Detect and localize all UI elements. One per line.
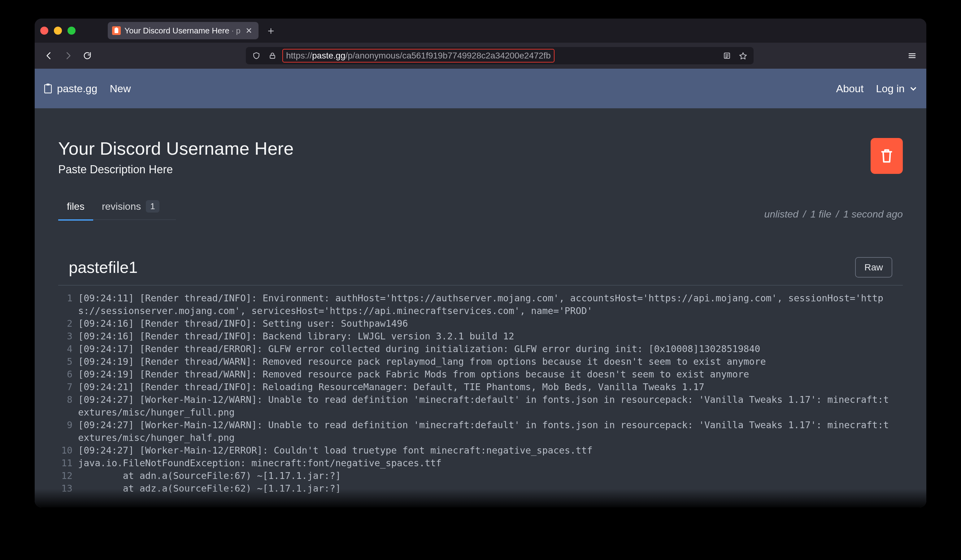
nav-about[interactable]: About [836, 83, 864, 95]
svg-rect-0 [114, 28, 118, 33]
paste-meta: unlisted / 1 file / 1 second ago [764, 209, 903, 220]
raw-button[interactable]: Raw [855, 257, 892, 278]
line-numbers: 1 2 3 4 5 6 7 8 9 10 11 12 13 [58, 292, 78, 495]
revisions-count-badge: 1 [146, 200, 159, 213]
svg-rect-2 [270, 55, 275, 58]
code-line: [09:24:16] [Render thread/INFO]: Setting… [78, 318, 408, 329]
code-line: at adn.a(SourceFile:67) ~[1.17.1.jar:?] [78, 470, 341, 481]
app-menu-button[interactable] [905, 48, 919, 63]
window-zoom-button[interactable] [67, 27, 76, 35]
browser-tab[interactable]: Your Discord Username Here · p ✕ [108, 22, 259, 39]
clipboard-icon [112, 26, 121, 35]
svg-rect-1 [116, 27, 117, 29]
forward-button[interactable] [61, 48, 76, 63]
tab-revisions[interactable]: revisions 1 [93, 200, 168, 220]
paste-title: Your Discord Username Here [58, 138, 294, 159]
shield-icon [250, 50, 262, 62]
tab-files[interactable]: files [58, 200, 93, 220]
reader-mode-icon[interactable] [721, 50, 733, 62]
chevron-down-icon [909, 84, 918, 93]
code-line: [09:24:11] [Render thread/INFO]: Environ… [78, 293, 883, 316]
trash-icon [879, 147, 894, 165]
window-minimize-button[interactable] [54, 27, 62, 35]
code-line: [09:24:21] [Render thread/INFO]: Reloadi… [78, 382, 704, 392]
delete-button[interactable] [871, 138, 903, 174]
code-line: [09:24:19] [Render thread/WARN]: Removed… [78, 369, 749, 380]
window-controls [40, 27, 76, 35]
url-text: https://paste.gg/p/anonymous/ca561f919b7… [286, 51, 551, 61]
tab-revisions-label: revisions [102, 201, 141, 212]
svg-rect-12 [47, 83, 50, 85]
code-line: [09:24:27] [Worker-Main-12/WARN]: Unable… [78, 394, 889, 418]
brand-link[interactable]: paste.gg [43, 83, 97, 95]
nav-login-label: Log in [876, 83, 905, 95]
browser-toolbar: https://paste.gg/p/anonymous/ca561f919b7… [35, 43, 926, 69]
window-close-button[interactable] [40, 27, 48, 35]
code-lines: [09:24:11] [Render thread/INFO]: Environ… [78, 292, 903, 495]
file-name: pastefile1 [69, 258, 138, 277]
back-button[interactable] [42, 48, 56, 63]
paste-tabs: files revisions 1 [58, 200, 176, 220]
code-view: 1 2 3 4 5 6 7 8 9 10 11 12 13 [09:24:11]… [58, 286, 903, 495]
tab-files-label: files [67, 201, 85, 212]
bookmark-star-icon[interactable] [737, 50, 749, 62]
reload-button[interactable] [80, 48, 95, 63]
code-line: java.io.FileNotFoundException: minecraft… [78, 457, 442, 469]
code-line: [09:24:27] [Worker-Main-12/ERROR]: Could… [78, 445, 593, 456]
file-block: pastefile1 Raw 1 2 3 4 5 6 7 8 9 10 11 1… [58, 250, 903, 495]
paste-description: Paste Description Here [58, 163, 294, 176]
code-line: [09:24:19] [Render thread/WARN]: Removed… [78, 356, 766, 367]
tab-close-button[interactable]: ✕ [244, 26, 254, 36]
tab-title: Your Discord Username Here · p [124, 26, 241, 35]
browser-window: Your Discord Username Here · p ✕ ＋ [35, 19, 926, 507]
address-bar[interactable]: https://paste.gg/p/anonymous/ca561f919b7… [246, 47, 754, 64]
code-line: [09:24:27] [Worker-Main-12/WARN]: Unable… [78, 420, 889, 443]
new-tab-button[interactable]: ＋ [265, 24, 277, 37]
lock-icon [266, 50, 279, 62]
svg-marker-7 [740, 53, 746, 59]
code-line: [09:24:17] [Render thread/ERROR]: GLFW e… [78, 343, 760, 354]
brand-text: paste.gg [57, 83, 97, 95]
site-nav: paste.gg New About Log in [35, 69, 926, 108]
nav-login[interactable]: Log in [876, 83, 918, 95]
code-line: at adz.a(SourceFile:62) ~[1.17.1.jar:?] [78, 483, 341, 494]
svg-rect-11 [45, 85, 51, 93]
tab-strip: Your Discord Username Here · p ✕ ＋ [35, 19, 926, 43]
code-line: [09:24:16] [Render thread/INFO]: Backend… [78, 331, 514, 342]
page-content: paste.gg New About Log in Your Discord U… [35, 69, 926, 507]
clipboard-icon [43, 83, 53, 94]
url-highlight-box: https://paste.gg/p/anonymous/ca561f919b7… [282, 49, 554, 63]
nav-new[interactable]: New [109, 83, 131, 95]
